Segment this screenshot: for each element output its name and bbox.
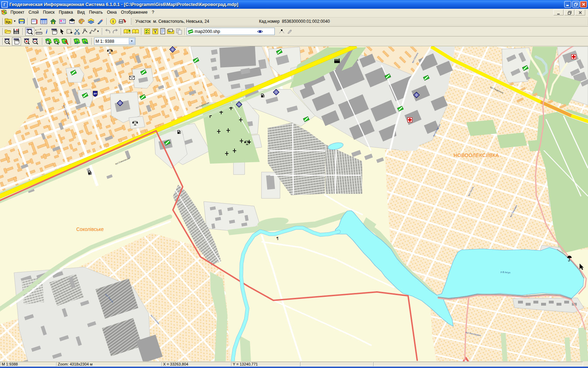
svg-text:Соколівське: Соколівське: [76, 226, 104, 232]
svg-text:Г: Г: [4, 3, 6, 7]
svg-text:i: i: [46, 29, 47, 35]
svg-text:i: i: [112, 19, 113, 23]
svg-text:ДАI: ДАI: [93, 93, 97, 95]
svg-text:¶: ¶: [276, 236, 279, 240]
svg-text:НОВООЛЕКСІЇВКА: НОВООЛЕКСІЇВКА: [454, 152, 499, 158]
svg-text:SQL: SQL: [6, 20, 12, 23]
